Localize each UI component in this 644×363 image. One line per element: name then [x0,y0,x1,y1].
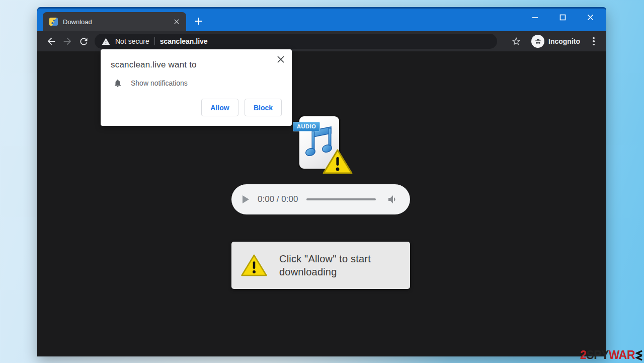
desktop-background: Download [0,0,644,363]
bookmark-star-icon[interactable] [509,34,523,48]
incognito-icon [531,35,544,48]
tab-close-icon[interactable] [172,17,181,26]
allow-button[interactable]: Allow [201,99,238,116]
dialog-buttons: Allow Block [201,99,282,116]
audio-player[interactable]: 0:00 / 0:00 [231,184,410,214]
download-message-box: Click "Allow" to start downloading [231,242,410,289]
message-text: Click "Allow" to start downloading [279,252,371,278]
window-titlebar: Download [37,7,606,31]
toolbar-right-group: Incognito [509,34,600,48]
security-label: Not secure [115,37,149,45]
minimize-button[interactable] [521,8,549,26]
permission-row: Show notifications [113,79,282,88]
address-bar-divider [154,37,155,45]
menu-dots-icon[interactable] [587,35,600,48]
address-bar[interactable]: Not secure scanclean.live [95,34,497,49]
page-content: scanclean.live want to Show notification… [37,51,606,356]
block-button[interactable]: Block [245,99,282,116]
watermark-e-chevron-icon [635,350,642,361]
incognito-label: Incognito [548,37,580,45]
tab-download[interactable]: Download [43,12,186,31]
forward-icon[interactable] [59,33,75,49]
volume-icon[interactable] [387,193,399,205]
message-line-1: Click "Allow" to start [279,252,371,265]
file-warning-triangle-icon [322,148,353,175]
url-text: scanclean.live [160,37,208,45]
not-secure-warning-icon [102,37,110,46]
player-progress-bar[interactable] [306,198,376,200]
player-time: 0:00 / 0:00 [258,194,298,204]
tab-title: Download [63,18,172,26]
play-icon[interactable] [243,195,249,203]
close-window-button[interactable] [577,8,604,26]
new-tab-button[interactable] [191,14,206,29]
reload-icon[interactable] [75,33,92,49]
back-icon[interactable] [43,33,59,49]
message-line-2: downloading [279,265,371,278]
permission-label: Show notifications [131,79,188,87]
watermark-spy: SPY [586,348,609,362]
watermark-2: 2 [580,348,586,362]
dialog-title: scanclean.live want to [111,60,282,70]
audio-badge: AUDIO [293,122,320,131]
incognito-badge: Incognito [531,35,580,48]
notification-permission-dialog: scanclean.live want to Show notification… [101,49,292,126]
window-controls [521,8,604,26]
browser-toolbar: Not secure scanclean.live [37,31,606,51]
message-warning-triangle-icon [240,253,268,277]
browser-window: Download [37,7,606,356]
maximize-button[interactable] [549,8,577,26]
dialog-close-icon[interactable] [275,54,286,65]
bell-icon [113,79,122,88]
spyware-watermark-logo: 2SPYWAR [580,348,642,362]
watermark-war: WAR [609,348,635,362]
tab-favicon-music-icon [49,18,58,26]
